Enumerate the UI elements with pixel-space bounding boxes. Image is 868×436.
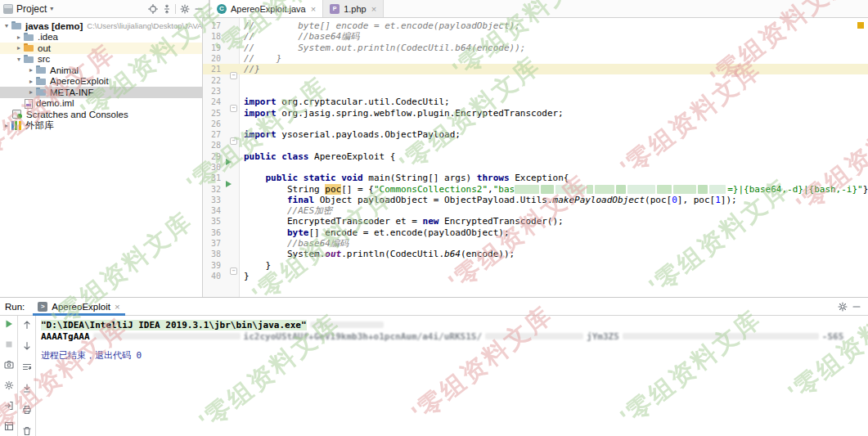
screenshot-icon[interactable] [3,360,14,370]
line-number: 23 [203,87,221,96]
main-area: ▾javas [demo]C:\Users\liujialiang\Deskto… [0,18,868,297]
code-line-35[interactable]: 35 EncryptedTranscoder et = new Encrypte… [203,216,868,227]
code-line-24[interactable]: 24−import org.cryptacular.util.CodecUtil… [203,97,868,107]
inspection-status-icon[interactable] [857,22,864,29]
code-text: // //base64编码 [239,30,359,43]
code-line-39[interactable]: 39− } [203,260,868,271]
down-icon[interactable] [21,340,32,351]
chevron-right-icon[interactable]: ▸ [14,44,24,52]
scroll-to-end-icon[interactable] [21,383,32,393]
code-line-29[interactable]: 29public class ApereoExploit { [203,151,868,162]
chevron-down-icon[interactable]: ▾ [14,56,24,63]
code-line-36[interactable]: 36 byte[] encode = et.encode(payloadObje… [203,227,868,238]
redacted-payload-block [515,185,539,194]
chevron-right-icon[interactable]: ▸ [2,122,11,129]
clear-all-icon[interactable] [21,425,32,436]
code-line-27[interactable]: 27−import ysoserial.payloads.ObjectPaylo… [203,129,868,140]
collapse-all-icon[interactable] [160,2,173,16]
line-number: 17 [203,21,221,30]
tree-item-out[interactable]: ▸out [0,43,202,54]
soft-wrap-icon[interactable] [21,362,32,372]
close-icon[interactable]: × [311,4,316,14]
code-text: public class ApereoExploit { [239,151,395,162]
run-tab-apereoexploit[interactable]: > ApereoExploit × [33,298,124,315]
code-line-37[interactable]: 37 //base64编码 [203,238,868,249]
tree-item-meta-inf[interactable]: ▸META-INF [0,87,202,98]
line-number: 25 [203,109,221,118]
php-file: P [330,4,340,14]
gutter: 39− [203,261,239,270]
run-panel-header: Run: > ApereoExploit × [0,298,868,316]
tree-item-外部库[interactable]: ▸外部库 [0,120,202,132]
chevron-right-icon[interactable]: ▸ [26,78,36,85]
tab-apereoexploit-java[interactable]: CApereoExploit.java× [209,0,323,17]
console-line: 进程已结束，退出代码 0 [41,349,868,361]
tree-item-label: Animal [50,65,79,75]
tree-item--idea[interactable]: ▸.idea [0,32,202,43]
code-line-23[interactable]: 23 [203,86,868,97]
chevron-right-icon[interactable]: ▸ [26,88,36,96]
gutter: 38 [203,249,239,258]
rerun-icon[interactable] [3,319,14,329]
code-line-20[interactable]: 20// } [203,53,868,64]
run-console-output[interactable]: "D:\IDEA\IntelliJ IDEA 2019.3.1\jbr\bin\… [36,316,868,436]
code-line-34[interactable]: 34 //AES加密 [203,205,868,216]
exit-icon[interactable] [3,401,14,411]
up-icon[interactable] [21,319,32,330]
code-line-19[interactable]: 19// System.out.println(CodecUtil.b64(en… [203,43,868,53]
line-number: 21 [203,65,221,74]
code-line-33[interactable]: 33 final Object payloadObject = ObjectPa… [203,195,868,205]
code-line-32[interactable]: 32 String poc[] = {"CommonsCollections2"… [203,183,868,194]
tree-item-demo-iml[interactable]: demo.iml [0,98,202,110]
build-settings-icon[interactable] [3,380,14,390]
gutter: 18 [203,32,239,41]
line-number: 37 [203,239,221,248]
code-text: byte[] encode = et.encode(payloadObject)… [239,227,510,238]
stop-icon[interactable] [3,339,14,349]
code-text: import ysoserial.payloads.ObjectPayload; [239,129,461,140]
restore-layout-icon[interactable] [3,421,14,431]
top-bar: Project ▾ CApereoExploit.java×P1.php× [0,0,868,18]
print-icon[interactable] [21,404,32,415]
locate-icon[interactable] [146,2,160,16]
hide-panel-icon[interactable] [191,2,205,16]
line-number: 31 [203,173,221,182]
tree-item-animal[interactable]: ▸Animal [0,65,202,76]
chevron-right-icon[interactable]: ▸ [14,34,24,41]
close-icon[interactable]: × [371,4,376,14]
tab-1-php[interactable]: P1.php× [323,0,384,17]
tree-item-javas-demo-[interactable]: ▾javas [demo]C:\Users\liujialiang\Deskto… [0,20,202,32]
run-panel-body: "D:\IDEA\IntelliJ IDEA 2019.3.1\jbr\bin\… [0,316,868,436]
file-iml-icon [25,99,33,108]
code-line-28[interactable]: 28 [203,140,868,151]
code-line-30[interactable]: 30 [203,162,868,173]
tree-item-apereoexploit[interactable]: ▸ApereoExploit [0,76,202,88]
chevron-down-icon[interactable]: ▾ [2,22,11,29]
code-line-38[interactable]: 38 System.out.println(CodecUtil.b64(enco… [203,249,868,259]
editor-tab-bar: CApereoExploit.java×P1.php× [209,0,868,17]
code-line-18[interactable]: 18// //base64编码 [203,31,868,42]
settings-icon[interactable] [178,2,191,16]
redacted-payload-block [698,185,708,194]
project-panel-title[interactable]: Project [16,3,47,15]
code-line-25[interactable]: 25import org.jasig.spring.webflow.plugin… [203,107,868,118]
code-line-40[interactable]: 40} [203,271,868,281]
hide-panel-icon[interactable] [849,299,863,313]
line-number: 35 [203,217,221,226]
close-icon[interactable]: × [115,302,120,312]
project-tree-panel[interactable]: ▾javas [demo]C:\Users\liujialiang\Deskto… [0,18,203,297]
tree-item-label: ApereoExploit [50,76,109,86]
line-number: 28 [203,141,221,150]
chevron-down-icon[interactable]: ▾ [50,5,53,12]
code-line-17[interactable]: 17// byte[] encode = et.encode(payloadOb… [203,20,868,31]
tree-item-scratches-and-consoles[interactable]: Scratches and Consoles [0,109,202,120]
code-line-22[interactable]: 22 [203,74,868,85]
settings-icon[interactable] [835,299,849,313]
code-line-31[interactable]: 31 public static void main(String[] args… [203,173,868,183]
code-editor[interactable]: 17// byte[] encode = et.encode(payloadOb… [203,18,868,297]
tree-item-src[interactable]: ▾src [0,54,202,65]
code-line-21[interactable]: 21−//} [203,64,868,74]
tree-item-label: META-INF [50,88,93,97]
chevron-right-icon[interactable]: ▸ [26,66,36,74]
code-line-26[interactable]: 26 [203,119,868,129]
